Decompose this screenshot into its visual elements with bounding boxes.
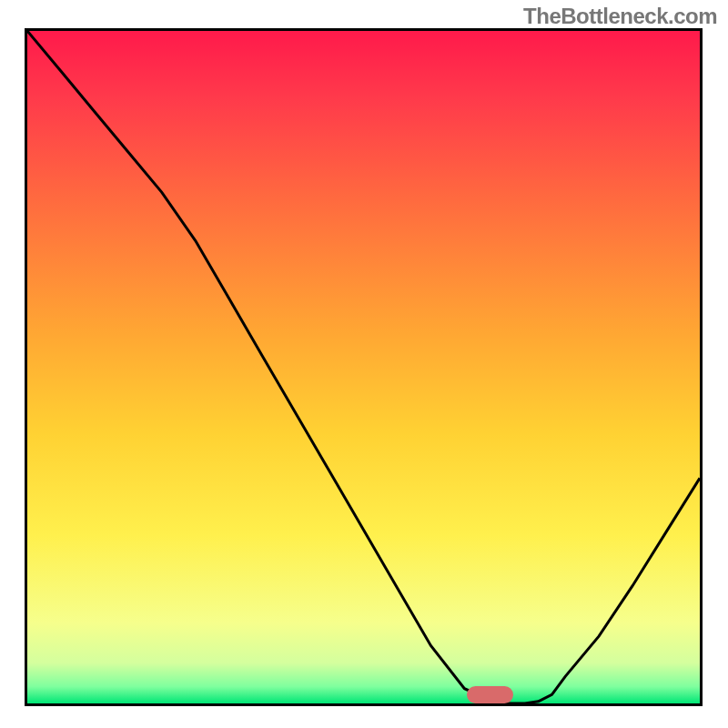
chart-container: TheBottleneck.com (0, 0, 728, 728)
chart-frame (25, 28, 703, 706)
curve-path (27, 31, 700, 703)
watermark-text: TheBottleneck.com (523, 4, 717, 29)
bottleneck-curve (27, 31, 700, 703)
optimum-marker (467, 686, 514, 703)
